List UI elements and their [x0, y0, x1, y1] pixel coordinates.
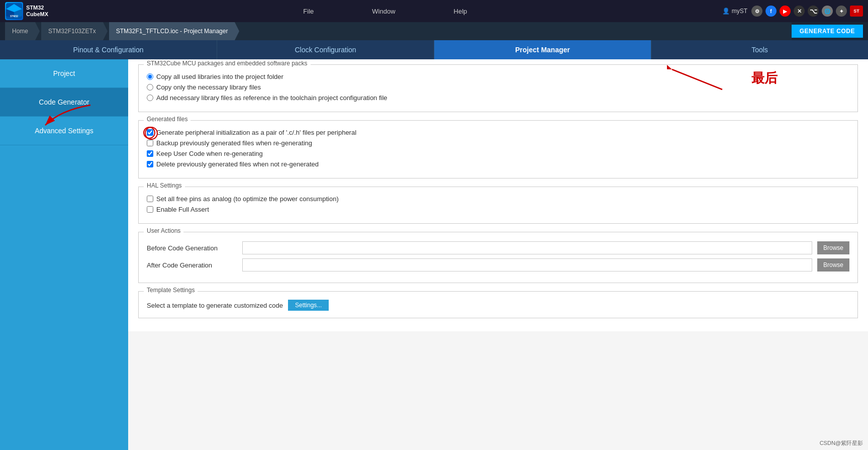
hal-checkbox-0[interactable] [147, 196, 153, 202]
gen-file-option-3: Delete previously generated files when n… [147, 160, 849, 168]
social-icons: ⚙ f ▶ ✕ ⌥ 🌐 ✦ ST [751, 6, 863, 17]
hal-options: Set all free pins as analog (to optimize… [147, 195, 849, 213]
top-nav: File Window Help [58, 6, 712, 17]
template-row: Select a template to generate customized… [147, 300, 849, 311]
sidebar-item-advanced-settings[interactable]: Advanced Settings [0, 117, 128, 145]
app-logo: STM32 [5, 2, 23, 20]
gen-label-1: Backup previously generated files when r… [156, 139, 312, 147]
gen-label-2: Keep User Code when re-generating [156, 150, 263, 157]
breadcrumb-home[interactable]: Home [5, 22, 35, 40]
breadcrumb: Home STM32F103ZETx STM32F1_TFTLCD.ioc - … [5, 22, 792, 40]
watermark: CSDN@紫阡星影 [820, 439, 863, 447]
before-code-input[interactable] [242, 241, 812, 254]
star-icon[interactable]: ✦ [836, 6, 847, 17]
mcu-radio-1[interactable] [147, 84, 153, 91]
hal-checkbox-1[interactable] [147, 206, 153, 213]
gen-checkbox-0[interactable] [147, 129, 153, 136]
tab-clock[interactable]: Clock Configuration [217, 40, 434, 59]
before-code-label: Before Code Generation [147, 244, 237, 252]
menu-file[interactable]: File [299, 6, 318, 17]
hal-label-1: Enable Full Assert [156, 206, 209, 213]
hal-option-0: Set all free pins as analog (to optimize… [147, 195, 849, 203]
breadcrumb-bar: Home STM32F103ZETx STM32F1_TFTLCD.ioc - … [0, 22, 868, 40]
gen-checkbox-1[interactable] [147, 140, 153, 146]
hal-settings-title: HAL Settings [144, 182, 185, 189]
before-code-row: Before Code Generation Browse [147, 241, 849, 254]
mcu-label-0: Copy all used libraries into the project… [156, 73, 283, 80]
menu-window[interactable]: Window [368, 6, 399, 17]
github-icon[interactable]: ⌥ [808, 6, 819, 17]
generated-files-section: Generated files Generate peripheral init… [138, 120, 858, 178]
top-right-area: 👤 myST ⚙ f ▶ ✕ ⌥ 🌐 ✦ ST [722, 6, 863, 17]
before-browse-button[interactable]: Browse [817, 241, 849, 254]
settings-icon[interactable]: ⚙ [751, 6, 762, 17]
tab-project-manager[interactable]: Project Manager [434, 40, 651, 59]
hal-settings-section: HAL Settings Set all free pins as analog… [138, 187, 858, 224]
mcu-option-2: Add necessary library files as reference… [147, 94, 849, 102]
mcu-radio-2[interactable] [147, 95, 153, 101]
mcu-packages-section: STM32Cube MCU packages and embedded soft… [138, 64, 858, 112]
mcu-option-1: Copy only the necessary library files [147, 83, 849, 91]
main-content-wrapper: STM32Cube MCU packages and embedded soft… [128, 59, 868, 450]
x-icon[interactable]: ✕ [794, 6, 805, 17]
after-browse-button[interactable]: Browse [817, 258, 849, 272]
user-actions-content: Before Code Generation Browse After Code… [147, 241, 849, 272]
generated-files-title: Generated files [144, 116, 190, 123]
youtube-icon[interactable]: ▶ [780, 6, 791, 17]
mcu-option-0: Copy all used libraries into the project… [147, 73, 849, 80]
top-bar: STM32 STM32 CubeMX File Window Help 👤 my… [0, 0, 868, 22]
sidebar-item-code-generator[interactable]: Code Generator [0, 88, 128, 117]
hal-option-1: Enable Full Assert [147, 206, 849, 213]
gen-label-3: Delete previously generated files when n… [156, 160, 319, 168]
generated-files-options: Generate peripheral initialization as a … [147, 129, 849, 168]
mcu-label-2: Add necessary library files as reference… [156, 94, 388, 102]
main-content: STM32Cube MCU packages and embedded soft… [128, 59, 868, 331]
breadcrumb-chip[interactable]: STM32F103ZETx [41, 22, 103, 40]
gen-checkbox-3[interactable] [147, 161, 153, 167]
user-actions-section: User Actions Before Code Generation Brow… [138, 232, 858, 283]
mcu-section-title: STM32Cube MCU packages and embedded soft… [144, 60, 311, 67]
generate-code-button[interactable]: GENERATE CODE [792, 25, 863, 38]
hal-label-0: Set all free pins as analog (to optimize… [156, 195, 339, 203]
tab-tools[interactable]: Tools [651, 40, 868, 59]
mcu-options: Copy all used libraries into the project… [147, 73, 849, 102]
user-icon: 👤 [722, 8, 730, 15]
after-code-row: After Code Generation Browse [147, 258, 849, 272]
after-code-input[interactable] [242, 258, 812, 272]
sidebar: Project Code Generator Advanced Settings [0, 59, 128, 450]
breadcrumb-project[interactable]: STM32F1_TFTLCD.ioc - Project Manager [109, 22, 235, 40]
template-settings-section: Template Settings Select a template to g… [138, 291, 858, 318]
template-settings-title: Template Settings [144, 287, 198, 294]
app-name: STM32 CubeMX [26, 5, 48, 18]
gen-file-option-2: Keep User Code when re-generating [147, 150, 849, 157]
globe-icon[interactable]: 🌐 [822, 6, 833, 17]
template-settings-button[interactable]: Settings... [288, 300, 329, 311]
myst-button[interactable]: 👤 myST [722, 8, 747, 15]
tab-pinout[interactable]: Pinout & Configuration [0, 40, 217, 59]
logo-area: STM32 STM32 CubeMX [5, 2, 48, 20]
svg-text:STM32: STM32 [10, 15, 18, 18]
after-code-label: After Code Generation [147, 261, 237, 269]
template-label: Select a template to generate customized… [147, 302, 283, 309]
sidebar-item-project[interactable]: Project [0, 59, 128, 88]
user-actions-title: User Actions [144, 227, 183, 234]
st-icon[interactable]: ST [850, 6, 863, 17]
menu-help[interactable]: Help [450, 6, 471, 17]
content-area: Project Code Generator Advanced Settings… [0, 59, 868, 450]
gen-file-option-0: Generate peripheral initialization as a … [147, 129, 849, 136]
facebook-icon[interactable]: f [765, 6, 777, 17]
mcu-label-1: Copy only the necessary library files [156, 83, 261, 91]
gen-checkbox-2[interactable] [147, 150, 153, 157]
main-tabs: Pinout & Configuration Clock Configurati… [0, 40, 868, 59]
myst-label: myST [732, 8, 747, 15]
gen-file-option-1: Backup previously generated files when r… [147, 139, 849, 147]
gen-label-0: Generate peripheral initialization as a … [156, 129, 356, 136]
mcu-radio-0[interactable] [147, 73, 153, 80]
